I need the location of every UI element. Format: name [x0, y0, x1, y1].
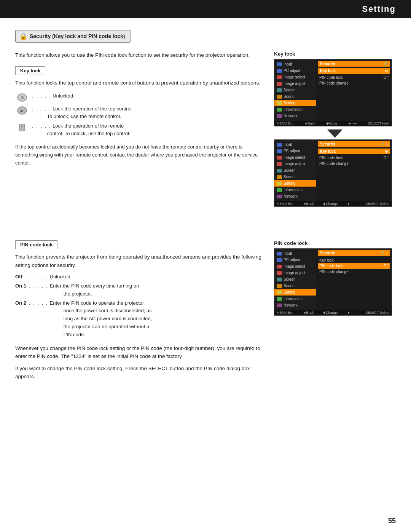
menu-item-imageadjust-2: Image adjust — [274, 161, 316, 167]
pin-option-off-desc: Unlocked. — [50, 273, 263, 281]
intro-text: This function allows you to use the PIN … — [15, 51, 263, 59]
svg-text:▶: ▶ — [21, 109, 24, 113]
menu-item-imageselect-2: Image select — [274, 154, 316, 161]
proj-label: Key lock — [274, 51, 396, 57]
pin-proj-screen: Input PC adjust Image select Image adjus… — [274, 248, 392, 316]
unlock-icon: ⊙ — [15, 92, 29, 103]
spacer — [15, 221, 396, 236]
icon-row-unlocked: ⊙ . . . . . Unlocked. — [15, 92, 263, 103]
icon-row-remotelock: . . . . . Lock the operation of the remo… — [15, 122, 263, 137]
toplock-icon: ▶ — [15, 105, 29, 116]
pin-note2: If you want to change the PIN code lock … — [15, 364, 263, 381]
pin-note1: Whenever you change the PIN code lock se… — [15, 344, 263, 361]
menu-item-information-2: Information — [274, 187, 316, 193]
pin-menu-item-sound: Sound — [274, 283, 316, 289]
pin-proj-menu: Input PC adjust Image select Image adjus… — [274, 249, 316, 310]
lock-icon: 🔒 — [19, 32, 27, 40]
pin-menu-item-imageadjust: Image adjust — [274, 270, 316, 276]
security-badge: 🔒 Security (Key lock and PIN code lock) — [15, 30, 131, 43]
pin-row-pinlock: PIN code lockOff — [318, 263, 390, 269]
pin-option-on2-desc: Enter the PIN code to operate the projec… — [50, 299, 263, 339]
pin-row-pinchange: PIN code change — [318, 269, 390, 275]
main-content: 🔒 Security (Key lock and PIN code lock) … — [0, 18, 411, 396]
security-badge-text: Security (Key lock and PIN code lock) — [30, 33, 125, 39]
section-right: Key lock Input PC adjust Image select — [274, 51, 396, 210]
menu-item-information: Information — [274, 106, 316, 113]
menu-item-imageadjust: Image adjust — [274, 80, 316, 87]
page-number: 55 — [388, 517, 396, 525]
menu-item-pcadjust: PC adjust — [274, 67, 316, 74]
pin-proj-footer: MENU Exit◄Back◆Change►-----SELECT Select — [274, 310, 392, 315]
menu-item-setting-active: Setting — [274, 100, 316, 106]
icon-row-toplock: ▶ . . . . . Lock the operation of the to… — [15, 105, 263, 120]
proj-content-header-1: Security 🔒 — [318, 61, 390, 67]
proj-row-pinlock-2: PIN code lockOff — [318, 155, 390, 161]
menu-item-input-2: Input — [274, 141, 316, 148]
proj-menu-2: Input PC adjust Image select Image adjus… — [274, 140, 316, 201]
pin-option-on1-dots: . . . . . — [29, 282, 48, 298]
pin-intro: This function prevents the projector fro… — [15, 253, 263, 269]
pin-menu-item-information: Information — [274, 296, 316, 302]
remotelock-icon — [15, 122, 29, 133]
menu-item-screen-2: Screen — [274, 167, 316, 174]
page-title: Setting — [362, 4, 396, 14]
section-left: This function allows you to use the PIN … — [15, 51, 263, 210]
pin-row-keylock: Key lock — [318, 257, 390, 263]
keylock-subsection: Key lock This function locks the top con… — [15, 66, 263, 167]
pin-left: PIN code lock This function prevents the… — [15, 240, 263, 385]
pin-menu-item-screen: Screen — [274, 276, 316, 283]
proj-screen-1: Input PC adjust Image select Image adjus… — [274, 59, 392, 126]
pin-option-off-dots: . . . . . — [29, 273, 48, 281]
svg-rect-4 — [19, 124, 25, 131]
proj-row-pinlock-1: PIN code lockOff — [318, 75, 390, 80]
proj-row-pinchange-2: PIN code change — [318, 161, 390, 166]
remotelock-text: . . . . . Lock the operation of the remo… — [32, 122, 130, 137]
proj-menu-1: Input PC adjust Image select Image adjus… — [274, 59, 316, 121]
menu-item-screen: Screen — [274, 87, 316, 93]
svg-point-5 — [21, 126, 23, 127]
proj-footer-1: MENU Exit◄Back◆Move►-----SELECT Next — [274, 121, 392, 126]
menu-item-pcadjust-2: PC adjust — [274, 148, 316, 154]
down-arrow — [274, 129, 396, 138]
pin-menu-item-imageselect: Image select — [274, 263, 316, 270]
pin-section: PIN code lock This function prevents the… — [15, 240, 396, 385]
proj-keylock-header-1: Key lock ⊙ — [318, 68, 390, 74]
pin-option-off: Off . . . . . Unlocked. — [15, 273, 263, 281]
proj-keylock-header-2: Key lock ⊙ — [318, 149, 390, 154]
page-header: Setting — [0, 0, 411, 18]
menu-item-network-2: Network — [274, 193, 316, 200]
pin-option-on2-key: On 2 — [15, 299, 27, 339]
svg-text:⊙: ⊙ — [21, 95, 24, 100]
keylock-box: Key lock — [15, 66, 45, 75]
security-badge-row: 🔒 Security (Key lock and PIN code lock) — [15, 30, 396, 47]
unlocked-text: . . . . . Unlocked. — [32, 92, 75, 100]
pin-option-on2: On 2 . . . . . Enter the PIN code to ope… — [15, 299, 263, 339]
pin-proj-content: Security 🔒 ÷ Key lock PIN code lockOff P… — [316, 249, 392, 310]
pin-option-on2-dots: . . . . . — [29, 299, 48, 339]
proj-row-pinchange-1: PIN code change — [318, 80, 390, 86]
proj-screen-2: Input PC adjust Image select Image adjus… — [274, 139, 392, 207]
menu-item-sound-2: Sound — [274, 174, 316, 180]
pin-option-on1-desc: Enter the PIN code every time turning on… — [50, 282, 263, 298]
pin-option-off-key: Off — [15, 273, 27, 281]
pin-box: PIN code lock — [15, 240, 57, 249]
pin-proj-content-header: Security 🔒 ÷ — [318, 250, 390, 256]
proj-content-header-2: Security 🔒 ÷ — [318, 141, 390, 147]
menu-item-sound: Sound — [274, 93, 316, 100]
proj-footer-2: MENU Exit◄Back◆Change►-----SELECT Select — [274, 201, 392, 206]
menu-item-input: Input — [274, 61, 316, 67]
pin-option-on1: On 1 . . . . . Enter the PIN code every … — [15, 282, 263, 298]
warning-text: If the top control accidentally becomes … — [15, 143, 263, 167]
menu-item-imageselect: Image select — [274, 74, 316, 80]
pin-menu-item-input: Input — [274, 250, 316, 257]
proj-content-1: Security 🔒 Key lock ⊙ PIN code lockOff P… — [316, 59, 392, 121]
pin-right: PIN code lock Input PC adjust Image sele… — [274, 240, 396, 385]
pin-menu-item-pcadjust: PC adjust — [274, 257, 316, 263]
keylock-desc: This function locks the top control and … — [15, 79, 263, 87]
pin-label: PIN code lock — [20, 242, 53, 248]
proj-content-2: Security 🔒 ÷ Key lock ⊙ PIN code lockOff… — [316, 140, 392, 201]
menu-item-setting-active-2: Setting — [274, 180, 316, 187]
top-section: This function allows you to use the PIN … — [15, 51, 396, 210]
pin-menu-item-network: Network — [274, 302, 316, 308]
toplock-text: . . . . . Lock the operation of the top … — [32, 105, 133, 120]
